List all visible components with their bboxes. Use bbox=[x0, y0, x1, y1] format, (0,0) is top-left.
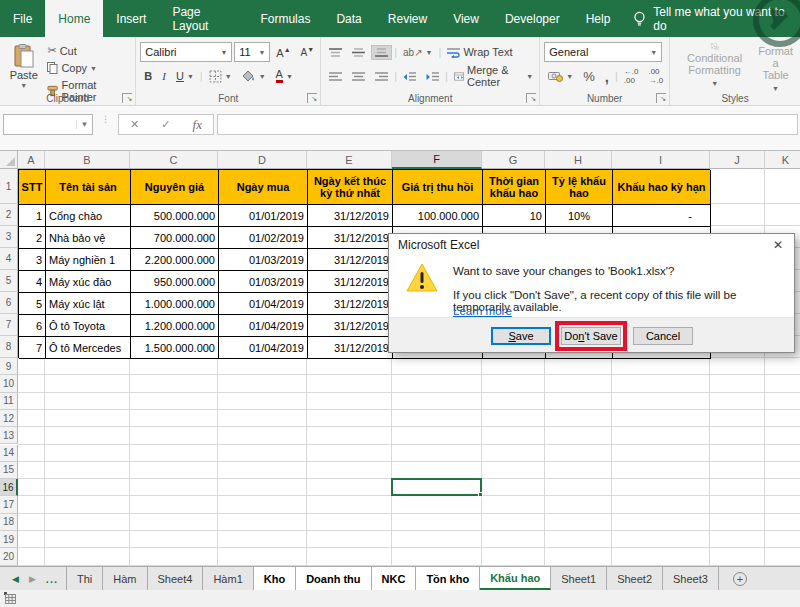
header-cell-A1[interactable]: STT bbox=[19, 170, 46, 205]
cell-C5[interactable]: 950.000.000 bbox=[131, 271, 219, 293]
dialog-title-bar[interactable]: Microsoft Excel ✕ bbox=[389, 234, 794, 256]
row-header-12[interactable]: 12 bbox=[0, 410, 18, 427]
row-header-19[interactable]: 19 bbox=[0, 531, 18, 548]
cell-C4[interactable]: 2.200.000.000 bbox=[131, 249, 219, 271]
ribbon-tab-insert[interactable]: Insert bbox=[103, 0, 159, 37]
sheet-tab-nkc[interactable]: NKC bbox=[372, 567, 417, 590]
borders-button[interactable]: ▼ bbox=[205, 68, 236, 85]
fill-color-button[interactable]: ▼ bbox=[238, 68, 270, 85]
formula-bar-grip[interactable]: ⋮ bbox=[101, 116, 110, 122]
select-all-corner[interactable] bbox=[0, 151, 18, 169]
cell-E2[interactable]: 31/12/2019 bbox=[308, 205, 393, 227]
cell-B5[interactable]: Máy xúc đào bbox=[46, 271, 131, 293]
ribbon-tab-file[interactable]: File bbox=[0, 0, 45, 37]
orientation-button[interactable]: ab↗▼ bbox=[399, 45, 436, 60]
font-dialog-launcher[interactable]: ↘ bbox=[307, 93, 317, 103]
row-header-8[interactable]: 8 bbox=[0, 336, 18, 358]
sheet-tab-hàm1[interactable]: Hàm1 bbox=[203, 567, 253, 590]
paste-button[interactable]: Paste ▼ bbox=[4, 40, 43, 90]
sheet-tab-sheet1[interactable]: Sheet1 bbox=[551, 567, 607, 590]
ribbon-tab-formulas[interactable]: Formulas bbox=[247, 0, 323, 37]
align-bottom-button[interactable] bbox=[371, 45, 392, 60]
sheet-tab-sheet2[interactable]: Sheet2 bbox=[607, 567, 663, 590]
cell-G2[interactable]: 10 bbox=[483, 205, 546, 227]
sheet-tab-tồn-kho[interactable]: Tồn kho bbox=[416, 567, 480, 590]
cell-D3[interactable]: 01/02/2019 bbox=[219, 227, 308, 249]
cell-E4[interactable]: 31/12/2019 bbox=[308, 249, 393, 271]
cell-A3[interactable]: 2 bbox=[19, 227, 46, 249]
next-sheet-icon[interactable]: ▶ bbox=[29, 574, 36, 584]
alignment-dialog-launcher[interactable]: ↘ bbox=[526, 93, 536, 103]
number-dialog-launcher[interactable]: ↘ bbox=[656, 93, 666, 103]
cell-B7[interactable]: Ô tô Toyota bbox=[46, 315, 131, 337]
ribbon-tab-page-layout[interactable]: Page Layout bbox=[159, 0, 247, 37]
increase-indent-button[interactable] bbox=[422, 69, 443, 84]
cell-E5[interactable]: 31/12/2019 bbox=[308, 271, 393, 293]
row-header-15[interactable]: 15 bbox=[0, 462, 18, 479]
align-center-button[interactable] bbox=[348, 69, 369, 84]
sheet-overflow-indicator[interactable]: ... bbox=[46, 573, 58, 585]
column-header-D[interactable]: D bbox=[218, 151, 307, 169]
cell-A7[interactable]: 6 bbox=[19, 315, 46, 337]
save-button[interactable]: Save bbox=[491, 327, 551, 345]
align-left-button[interactable] bbox=[325, 69, 346, 84]
ribbon-tab-developer[interactable]: Developer bbox=[492, 0, 573, 37]
new-sheet-button[interactable]: + bbox=[733, 567, 747, 590]
cell-B8[interactable]: Ô tô Mercedes bbox=[46, 337, 131, 359]
column-header-H[interactable]: H bbox=[545, 151, 612, 169]
ribbon-tab-help[interactable]: Help bbox=[573, 0, 624, 37]
sheet-tab-khấu-hao[interactable]: Khấu hao bbox=[480, 567, 551, 590]
prev-sheet-icon[interactable]: ◀ bbox=[12, 574, 19, 584]
fill-handle[interactable] bbox=[478, 492, 483, 497]
sheet-tab-sheet4[interactable]: Sheet4 bbox=[148, 567, 204, 590]
column-header-G[interactable]: G bbox=[482, 151, 545, 169]
dialog-close-icon[interactable]: ✕ bbox=[762, 234, 794, 256]
dont-save-button[interactable]: Don't Save bbox=[561, 327, 621, 345]
selected-cell-F16[interactable] bbox=[391, 478, 482, 496]
cell-C6[interactable]: 1.000.000.000 bbox=[131, 293, 219, 315]
header-cell-C1[interactable]: Nguyên giá bbox=[131, 170, 219, 205]
header-cell-E1[interactable]: Ngày kết thúc kỳ thứ nhất bbox=[308, 170, 393, 205]
bold-button[interactable]: B bbox=[140, 68, 156, 84]
enter-entry-icon[interactable]: ✓ bbox=[161, 118, 170, 131]
cut-button[interactable]: ✂Cut bbox=[43, 42, 133, 59]
column-header-B[interactable]: B bbox=[45, 151, 130, 169]
cell-E7[interactable]: 31/12/2019 bbox=[308, 315, 393, 337]
row-header-13[interactable]: 13 bbox=[0, 427, 18, 444]
ribbon-tab-review[interactable]: Review bbox=[375, 0, 440, 37]
row-header-3[interactable]: 3 bbox=[0, 226, 18, 248]
cell-D2[interactable]: 01/01/2019 bbox=[219, 205, 308, 227]
cell-B3[interactable]: Nhà bảo vệ bbox=[46, 227, 131, 249]
cell-I2[interactable]: - bbox=[613, 205, 711, 227]
sheet-tab-doanh-thu[interactable]: Doanh thu bbox=[296, 567, 371, 590]
cell-C2[interactable]: 500.000.000 bbox=[131, 205, 219, 227]
row-header-2[interactable]: 2 bbox=[0, 204, 18, 226]
comma-style-button[interactable]: , bbox=[601, 66, 613, 87]
cell-E3[interactable]: 31/12/2019 bbox=[308, 227, 393, 249]
cell-C3[interactable]: 700.000.000 bbox=[131, 227, 219, 249]
cell-A8[interactable]: 7 bbox=[19, 337, 46, 359]
row-header-6[interactable]: 6 bbox=[0, 292, 18, 314]
row-header-4[interactable]: 4 bbox=[0, 248, 18, 270]
decrease-decimal-button[interactable]: .00→.0 bbox=[644, 65, 667, 87]
cell-B2[interactable]: Cổng chào bbox=[46, 205, 131, 227]
cell-D8[interactable]: 01/04/2019 bbox=[219, 337, 308, 359]
underline-button[interactable]: U▼ bbox=[172, 68, 198, 84]
cell-D6[interactable]: 01/04/2019 bbox=[219, 293, 308, 315]
row-header-20[interactable]: 20 bbox=[0, 548, 18, 565]
row-header-18[interactable]: 18 bbox=[0, 514, 18, 531]
cell-H2[interactable]: 10% bbox=[546, 205, 613, 227]
sheet-tab-thi[interactable]: Thi bbox=[66, 567, 103, 590]
row-header-5[interactable]: 5 bbox=[0, 270, 18, 292]
tell-me-box[interactable]: Tell me what you want to do bbox=[623, 0, 800, 37]
sheet-tab-kho[interactable]: Kho bbox=[254, 567, 296, 590]
increase-decimal-button[interactable]: ←.0.00 bbox=[620, 65, 643, 87]
header-cell-G1[interactable]: Thời gian khấu hao bbox=[483, 170, 546, 205]
insert-function-icon[interactable]: fx bbox=[193, 117, 202, 133]
cell-A4[interactable]: 3 bbox=[19, 249, 46, 271]
header-cell-H1[interactable]: Tỷ lệ khấu hao bbox=[546, 170, 613, 205]
wrap-text-button[interactable]: Wrap Text bbox=[443, 44, 516, 60]
row-header-11[interactable]: 11 bbox=[0, 393, 18, 410]
column-header-C[interactable]: C bbox=[130, 151, 218, 169]
align-top-button[interactable] bbox=[325, 45, 346, 60]
